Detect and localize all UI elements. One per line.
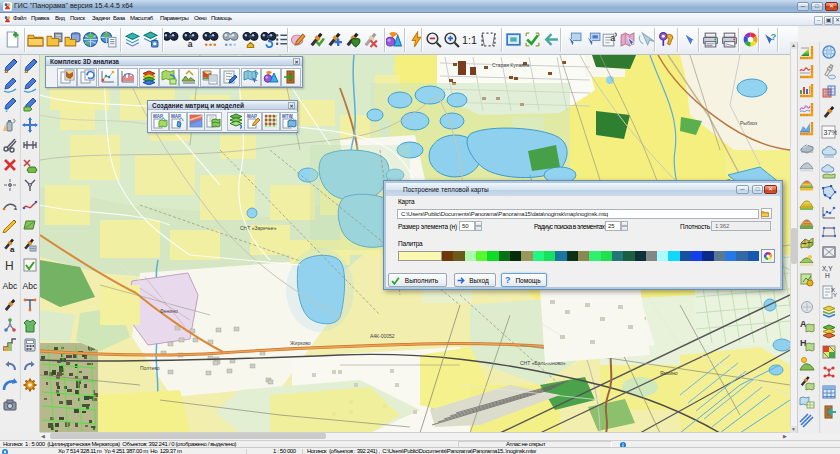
svg-text:a: a <box>10 245 15 253</box>
svg-text:?: ? <box>771 31 777 42</box>
svg-text:Abc: Abc <box>23 281 38 291</box>
svg-text:a: a <box>188 39 193 48</box>
svg-text:X,Y: X,Y <box>822 265 833 272</box>
svg-text:Abc: Abc <box>3 281 18 291</box>
svg-text:H: H <box>825 272 830 279</box>
svg-text:Полтево: Полтево <box>140 365 160 371</box>
svg-text:Фенино: Фенино <box>160 308 178 314</box>
svg-text:Y: Y <box>833 292 837 298</box>
svg-text:MAP: MAP <box>247 114 257 119</box>
svg-text:37%: 37% <box>824 129 838 136</box>
svg-text:?: ? <box>4 105 9 113</box>
svg-text:Жирково: Жирково <box>290 340 311 346</box>
svg-text:H: H <box>5 259 14 273</box>
svg-text:a: a <box>611 33 616 43</box>
svg-text:Рыбхоз: Рыбхоз <box>740 120 758 126</box>
svg-text:MAP: MAP <box>171 114 181 119</box>
svg-text:СНТ «Заречье»: СНТ «Заречье» <box>240 225 277 231</box>
svg-text:?: ? <box>254 71 258 78</box>
svg-text:Старая Купавна: Старая Купавна <box>492 62 530 68</box>
svg-text:А4К-00052: А4К-00052 <box>370 333 395 339</box>
svg-text:Ямкино: Ямкино <box>660 370 678 376</box>
svg-text:1:1: 1:1 <box>462 34 477 46</box>
svg-text:MAP: MAP <box>153 114 163 119</box>
